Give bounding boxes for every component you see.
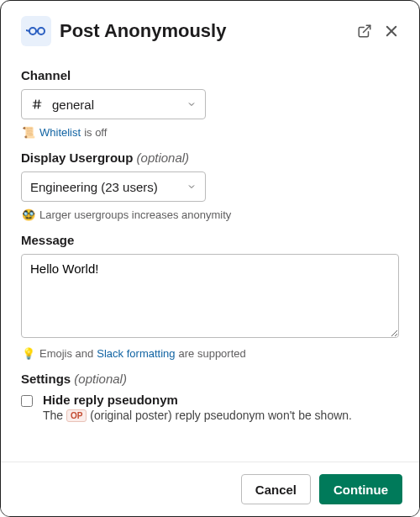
chevron-down-icon — [186, 98, 197, 112]
hide-pseudonym-checkbox[interactable] — [21, 395, 33, 407]
modal-body: Channel general 📜 Whitelist is off Displ… — [1, 53, 419, 462]
channel-value: general — [52, 98, 180, 112]
channel-hint-suffix: is off — [84, 126, 107, 139]
usergroup-hint-text: Larger usergroups increases anonymity — [39, 208, 231, 221]
svg-line-10 — [38, 100, 39, 109]
disguise-icon: 🥸 — [21, 208, 36, 221]
usergroup-hint: 🥸 Larger usergroups increases anonymity — [21, 208, 399, 221]
usergroup-section: Display Usergroup (optional) Engineering… — [21, 150, 399, 221]
channel-hint: 📜 Whitelist is off — [21, 126, 399, 139]
usergroup-select[interactable]: Engineering (23 users) — [21, 171, 206, 202]
svg-point-1 — [38, 28, 45, 34]
message-section: Message 💡 Emojis and Slack formatting ar… — [21, 233, 399, 360]
continue-button[interactable]: Continue — [319, 474, 402, 504]
hide-pseudonym-label: Hide reply pseudonym — [43, 393, 352, 407]
message-hint: 💡 Emojis and Slack formatting are suppor… — [21, 347, 399, 360]
post-anonymously-modal: Post Anonymously Channel general — [1, 1, 419, 516]
message-hint-prefix: Emojis and — [39, 347, 93, 360]
settings-section: Settings (optional) Hide reply pseudonym… — [21, 372, 399, 422]
slack-formatting-link[interactable]: Slack formatting — [97, 347, 175, 360]
modal-title: Post Anonymously — [60, 20, 349, 42]
hash-icon — [30, 97, 45, 112]
header-actions — [357, 24, 399, 39]
settings-label: Settings (optional) — [21, 372, 399, 386]
channel-label: Channel — [21, 68, 399, 82]
modal-header: Post Anonymously — [1, 1, 419, 53]
usergroup-label: Display Usergroup (optional) — [21, 150, 399, 165]
op-tag: OP — [66, 409, 87, 422]
message-hint-suffix: are supported — [179, 347, 246, 360]
channel-section: Channel general 📜 Whitelist is off — [21, 68, 399, 139]
svg-line-4 — [364, 25, 370, 32]
modal-footer: Cancel Continue — [1, 462, 419, 516]
chevron-down-icon — [186, 180, 197, 194]
close-icon[interactable] — [384, 24, 399, 39]
hide-pseudonym-row: Hide reply pseudonym The OP (original po… — [21, 393, 399, 422]
svg-point-0 — [29, 28, 36, 34]
message-input[interactable] — [21, 254, 399, 338]
open-externally-icon[interactable] — [357, 24, 372, 39]
app-icon — [21, 16, 51, 46]
hide-pseudonym-desc: The OP (original poster) reply pseudonym… — [43, 409, 352, 422]
message-label: Message — [21, 233, 399, 247]
cancel-button[interactable]: Cancel — [241, 474, 311, 504]
svg-line-3 — [26, 30, 29, 31]
channel-select[interactable]: general — [21, 89, 206, 119]
bulb-icon: 💡 — [21, 347, 36, 360]
scroll-icon: 📜 — [21, 126, 36, 139]
whitelist-link[interactable]: Whitelist — [39, 126, 81, 139]
usergroup-value: Engineering (23 users) — [30, 180, 180, 194]
svg-line-9 — [34, 100, 35, 109]
